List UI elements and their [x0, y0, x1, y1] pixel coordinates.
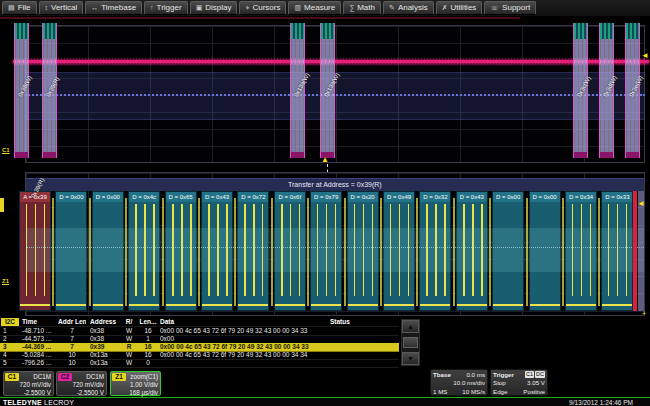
zoom-dotted-line	[26, 247, 644, 248]
timebase-rate: 10 MS/s	[462, 387, 485, 396]
table-cell: Data	[160, 318, 328, 326]
analysis-icon: ✎	[389, 2, 395, 14]
sda-baseline	[457, 304, 487, 306]
table-cell: W	[122, 351, 136, 359]
table-cell: 0x38	[90, 327, 120, 335]
scroll-down-button[interactable]: ▼	[402, 352, 419, 365]
i2c-stop-bar	[633, 191, 637, 311]
menu-measure[interactable]: ▥Measure	[288, 1, 341, 15]
menu-display[interactable]: ▣Display	[190, 1, 238, 15]
menu-vertical-label: Vertical	[51, 2, 77, 14]
table-cell: 0x38	[90, 335, 120, 343]
table-cell: 0x13a	[90, 351, 120, 359]
i2c-idle-bar	[638, 191, 644, 311]
utilities-icon: ✗	[442, 2, 448, 14]
table-cell: Status	[330, 318, 390, 326]
z1-ground-tag[interactable]: Z1	[2, 278, 9, 284]
decode-result-table: I2C TimeAddr Len...AddressR/Len...DataSt…	[0, 318, 650, 368]
c1-descriptor-box[interactable]: C1 DC1M 720 mV/div -2.5500 V	[3, 371, 54, 396]
table-cell: 7	[58, 327, 86, 335]
c2-descriptor-box[interactable]: C2 DC1M 720 mV/div -2.5500 V	[56, 371, 107, 396]
table-cell: -44.369 ...	[22, 343, 58, 351]
sda-baseline	[420, 304, 450, 306]
decode-box-label: D = 0x32	[420, 192, 450, 202]
brand-logo: TELEDYNE LECROY	[3, 399, 74, 406]
decode-box-label: D = 0x33	[602, 192, 632, 202]
menu-support-label: Support	[502, 2, 530, 14]
table-row-5[interactable]: 5-796.26 ...100x13aW0	[0, 359, 399, 368]
sda-baseline	[348, 304, 378, 306]
z1-descriptor-box[interactable]: Z1 zoom(C1) 1.00 V/div 168 µs/div	[110, 371, 161, 396]
decode-lane-dotted-line	[25, 94, 645, 96]
sda-baseline	[56, 304, 86, 306]
table-scrollbar[interactable]: ▲ ▼	[401, 319, 420, 366]
menu-bar: ▤File↕Vertical↔Timebase↑Trigger▣Display⌖…	[0, 0, 650, 16]
trigger-box[interactable]: Trigger C1DC Stop3.05 V EdgePositive	[490, 369, 548, 396]
table-cell: 16	[138, 351, 158, 359]
table-cell: 1	[3, 327, 19, 335]
menu-timebase-label: Timebase	[101, 2, 136, 14]
support-icon: ☏	[490, 2, 499, 14]
file-icon: ▤	[8, 2, 15, 14]
table-cell: 4	[3, 351, 19, 359]
sda-baseline	[202, 304, 232, 306]
scroll-thumb[interactable]	[403, 337, 418, 348]
menu-utilities[interactable]: ✗Utilities	[436, 1, 483, 15]
sda-baseline	[166, 304, 196, 306]
table-cell: 1	[138, 335, 158, 343]
table-cell: 10	[58, 359, 86, 367]
menu-math-label: Math	[357, 2, 375, 14]
menu-cursors-label: Cursors	[252, 2, 280, 14]
table-cell: 0x39	[90, 343, 120, 351]
menu-trigger[interactable]: ↑Trigger	[144, 1, 188, 15]
timebase-box[interactable]: Tbase0.0 ms 10.0 ms/div 1 MS10 MS/s	[430, 369, 488, 396]
table-cell: 10	[58, 351, 86, 359]
burst-foot	[626, 152, 639, 158]
z1-level-marker[interactable]	[0, 198, 4, 212]
z1-tag: Z1	[112, 373, 126, 381]
decode-box-label: D = 0x72	[238, 192, 268, 202]
decode-box-label: D = 0x43	[457, 192, 487, 202]
menu-support[interactable]: ☏Support	[484, 1, 536, 15]
menu-analysis[interactable]: ✎Analysis	[383, 1, 434, 15]
menu-timebase[interactable]: ↔Timebase	[85, 1, 142, 15]
zoom-level-marker[interactable]: ◄	[637, 200, 645, 208]
i2c-burst-5: 0x3d(W)	[599, 23, 614, 158]
c2-trace-noise	[25, 58, 645, 65]
table-cell: -796.26 ...	[22, 359, 58, 367]
menu-cursors[interactable]: ⌖Cursors	[239, 1, 286, 15]
menu-utilities-label: Utilities	[451, 2, 477, 14]
table-cell: 7	[58, 343, 86, 351]
menu-math[interactable]: ∑Math	[343, 1, 381, 15]
decode-box-label: D = 0x00	[530, 192, 560, 202]
trigger-type: Edge	[493, 387, 507, 396]
trigger-time-marker[interactable]: ▲	[321, 156, 329, 164]
decode-box-label: D = 0x00	[56, 192, 86, 202]
c1-ground-tag[interactable]: C1	[2, 147, 10, 153]
menu-file[interactable]: ▤File	[2, 1, 37, 15]
table-cell: W	[122, 327, 136, 335]
menu-vertical[interactable]: ↕Vertical	[39, 1, 84, 15]
scroll-up-button[interactable]: ▲	[402, 320, 419, 333]
table-cell: W	[122, 335, 136, 343]
display-icon: ▣	[196, 2, 203, 14]
menu-file-label: File	[18, 2, 31, 14]
c2-tag: C2	[58, 373, 72, 381]
trigger-level-marker[interactable]: ◄	[641, 52, 649, 60]
burst-foot	[291, 152, 304, 158]
sda-baseline	[530, 304, 560, 306]
burst-foot	[600, 152, 613, 158]
table-cell: 0x13a	[90, 359, 120, 367]
burst-foot	[43, 152, 56, 158]
menu-trigger-label: Trigger	[157, 2, 182, 14]
table-cell: -44.573 ...	[22, 335, 58, 343]
math-icon: ∑	[349, 2, 354, 14]
burst-address-cap	[321, 23, 334, 39]
oscilloscope-screen: ▤File↕Vertical↔Timebase↑Trigger▣Display⌖…	[0, 0, 650, 406]
decode-box-label: D = 0x65	[166, 192, 196, 202]
zoom-time-marker[interactable]: +	[642, 310, 646, 318]
table-cell: R/	[122, 318, 136, 326]
trigger-level: 3.05 V	[527, 378, 545, 387]
trigger-mode: Stop	[493, 378, 506, 387]
brand-light: LECROY	[44, 399, 74, 406]
